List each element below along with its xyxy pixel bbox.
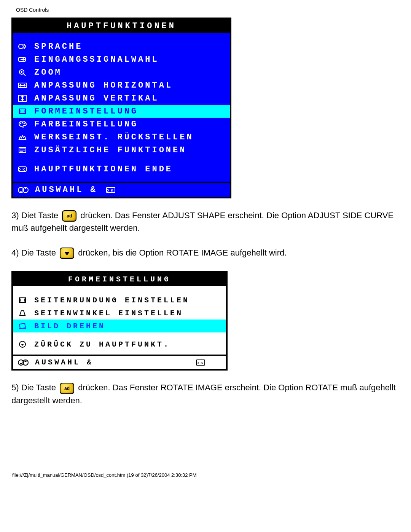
osd1-footer: AUSWAHL & OK: [13, 182, 230, 197]
ok-button-icon: ad: [60, 383, 74, 394]
palette-icon: [16, 120, 29, 128]
page-footer: file:///Z|/multi_manual/GERMAN/OSD/osd_c…: [11, 419, 400, 478]
menu-item-back[interactable]: ZÜRÜCK ZU HAUPTFUNKT.: [13, 338, 226, 351]
osd2-footer: AUSWAHL & OK: [13, 355, 226, 369]
menu-item-rotate-image[interactable]: BILD DREHEN: [13, 320, 226, 332]
menu-item-side-angle[interactable]: SEITENWINKEL EINSTELLEN: [13, 307, 226, 320]
instruction-5: 5) Die Taste ad drücken. Das Fenster ROT…: [11, 381, 400, 406]
svg-point-6: [22, 122, 23, 123]
extra-controls-icon: [16, 146, 29, 154]
menu-label: HAUPTFUNKTIONEN ENDE: [29, 165, 173, 174]
ok-box-icon: OK: [194, 358, 207, 367]
adjust-horizontal-icon: [16, 81, 29, 89]
menu-label: ZOOM: [29, 68, 62, 77]
menu-label: FARBEINSTELLUNG: [29, 120, 138, 129]
menu-label: ANPASSUNG VERTIKAL: [29, 94, 159, 103]
svg-rect-15: [19, 323, 25, 329]
menu-label: WERKSEINST. RÜCKSTELLEN: [29, 133, 194, 142]
page-header: OSD Controls: [11, 0, 400, 18]
up-down-icon: [17, 186, 30, 194]
menu-label: BILD DREHEN: [29, 322, 105, 331]
adjust-vertical-icon: [16, 94, 29, 102]
menu-label: SEITENWINKEL EINSTELLEN: [29, 309, 183, 318]
input-icon: [16, 55, 29, 64]
menu-item-adjust-horizontal[interactable]: ANPASSUNG HORIZONTAL: [13, 79, 230, 92]
menu-label: ZUSÄTZLICHE FUNKTIONEN: [29, 145, 186, 155]
rotate-icon: [16, 322, 29, 330]
svg-point-0: [19, 44, 23, 49]
instruction-4: 4) Die Taste drücken, bis die Option ROT…: [11, 246, 400, 259]
menu-label: SEITENRUNDUNG EINSTELLEN: [29, 296, 190, 305]
language-icon: [16, 42, 29, 51]
svg-point-7: [24, 123, 25, 124]
down-circle-icon: [16, 340, 29, 348]
menu-item-extra[interactable]: ZUSÄTZLICHE FUNKTIONEN: [13, 144, 230, 157]
text: drücken, bis die Option ROTATE IMAGE auf…: [78, 248, 287, 257]
up-down-icon: [17, 358, 30, 367]
text: 5) Die Taste: [11, 383, 58, 392]
down-button-icon: [60, 248, 74, 259]
menu-label: FORMEINSTELLUNG: [29, 107, 138, 116]
side-angle-icon: [16, 309, 29, 317]
ok-button-icon: ad: [62, 210, 76, 222]
text: 4) Die Taste: [11, 248, 58, 257]
svg-text:OK: OK: [18, 168, 27, 171]
zoom-icon: [16, 68, 29, 77]
svg-text:OK: OK: [196, 361, 205, 365]
osd2-title: FORMEINSTELLUNG: [13, 273, 226, 286]
ok-box-icon: OK: [16, 165, 29, 173]
footer-text: AUSWAHL &: [30, 185, 97, 195]
menu-item-shape[interactable]: FORMEINSTELLUNG: [13, 105, 230, 118]
shape-icon: [16, 107, 29, 115]
menu-label: ZÜRÜCK ZU HAUPTFUNKT.: [29, 340, 170, 349]
osd-main-controls: HAUPTFUNKTIONEN SPRACHE EINGANGSSIGNALWA…: [11, 18, 231, 198]
svg-point-5: [20, 123, 21, 124]
menu-label: SPRACHE: [29, 42, 83, 51]
menu-item-exit[interactable]: OK HAUPTFUNKTIONEN ENDE: [13, 163, 230, 176]
menu-item-color[interactable]: FARBEINSTELLUNG: [13, 118, 230, 131]
menu-item-sprache[interactable]: SPRACHE: [13, 40, 230, 53]
menu-item-reset[interactable]: WERKSEINST. RÜCKSTELLEN: [13, 131, 230, 144]
instruction-3: 3) Diet Taste ad drücken. Das Fenster AD…: [11, 209, 400, 234]
footer-text: AUSWAHL &: [30, 358, 93, 367]
side-curve-icon: [16, 296, 29, 304]
menu-item-zoom[interactable]: ZOOM: [13, 66, 230, 79]
osd1-title: HAUPTFUNKTIONEN: [13, 19, 230, 33]
menu-label: EINGANGSSIGNALWAHL: [29, 55, 159, 64]
menu-label: ANPASSUNG HORIZONTAL: [29, 81, 173, 90]
osd-adjust-shape: FORMEINSTELLUNG SEITENRUNDUNG EINSTELLEN…: [11, 271, 228, 371]
svg-text:OK: OK: [106, 189, 115, 192]
factory-reset-icon: [16, 133, 29, 141]
ok-box-icon: OK: [104, 186, 117, 194]
text: 3) Diet Taste: [11, 211, 61, 220]
menu-item-side-curve[interactable]: SEITENRUNDUNG EINSTELLEN: [13, 294, 226, 307]
menu-item-input[interactable]: EINGANGSSIGNALWAHL: [13, 53, 230, 66]
menu-item-adjust-vertical[interactable]: ANPASSUNG VERTIKAL: [13, 92, 230, 105]
